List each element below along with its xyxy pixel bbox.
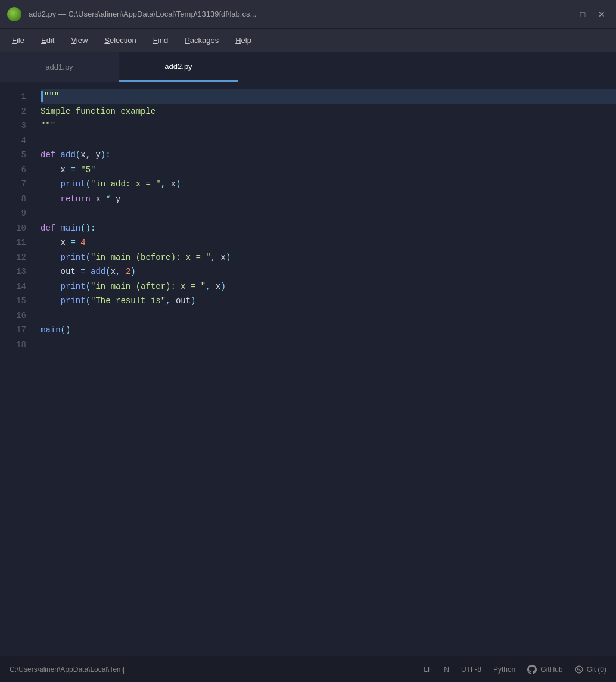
code-line-15: print("The result is", out) [41, 294, 616, 309]
line-number: 12 [0, 250, 26, 265]
line-number: 4 [0, 133, 26, 148]
github-label: GitHub [540, 665, 562, 674]
tab-add2[interactable]: add2.py [119, 52, 238, 82]
code-line-7: print("in add: x = ", x) [41, 177, 616, 192]
line-number: 16 [0, 309, 26, 323]
svg-line-5 [578, 668, 580, 670]
line-number: 13 [0, 264, 26, 279]
status-right: LF N UTF-8 Python GitHub Git (0) [424, 665, 606, 674]
line-number: 14 [0, 279, 26, 294]
line-number: 17 [0, 323, 26, 338]
status-github[interactable]: GitHub [527, 665, 562, 674]
title-bar-text: add2.py — C:\Users\alinen\AppData\Local\… [29, 10, 549, 18]
line-number: 18 [0, 338, 26, 353]
line-number: 3 [0, 119, 26, 133]
line-number: 7 [0, 177, 26, 192]
code-line-10: def main(): [41, 221, 616, 236]
code-line-3: """ [41, 119, 616, 133]
git-label: Git (0) [587, 665, 606, 674]
code-line-16 [41, 309, 616, 323]
code-area[interactable]: """ Simple function example """ def add(… [36, 82, 616, 656]
code-line-11: x = 4 [41, 235, 616, 250]
tab-add2-label: add2.py [164, 62, 192, 71]
code-line-13: out = add(x, 2) [41, 264, 616, 279]
code-line-17: main() [41, 323, 616, 338]
window-controls: — □ ✕ [556, 7, 609, 21]
github-icon [527, 665, 537, 674]
app-logo-icon [7, 7, 21, 21]
svg-point-2 [580, 670, 581, 671]
status-lf[interactable]: LF [424, 665, 432, 674]
line-number: 10 [0, 221, 26, 236]
line-number: 11 [0, 235, 26, 250]
menu-bar: File Edit View Selection Find Packages H… [0, 29, 616, 52]
code-line-8: return x * y [41, 192, 616, 207]
git-icon [575, 665, 583, 674]
tab-add1[interactable]: add1.py [0, 52, 119, 82]
menu-view[interactable]: View [64, 33, 95, 47]
menu-edit[interactable]: Edit [34, 33, 61, 47]
menu-find[interactable]: Find [146, 33, 175, 47]
editor-area: 1 2 3 4 5 6 7 8 9 10 11 12 13 14 15 16 1… [0, 82, 616, 656]
tab-bar: add1.py add2.py [0, 52, 616, 82]
svg-point-1 [577, 667, 578, 668]
line-number: 9 [0, 206, 26, 221]
code-line-14: print("in main (after): x = ", x) [41, 279, 616, 294]
menu-file[interactable]: File [5, 33, 32, 47]
code-line-2: Simple function example [41, 104, 616, 119]
status-path[interactable]: C:\Users\alinen\AppData\Local\Tem| [10, 665, 412, 674]
status-bar: C:\Users\alinen\AppData\Local\Tem| LF N … [0, 656, 616, 682]
status-language[interactable]: Python [493, 665, 515, 674]
status-git[interactable]: Git (0) [575, 665, 606, 674]
code-line-6: x = "5" [41, 163, 616, 177]
close-button[interactable]: ✕ [595, 7, 609, 21]
menu-packages[interactable]: Packages [178, 33, 226, 47]
code-line-1: """ [41, 89, 616, 104]
title-bar: add2.py — C:\Users\alinen\AppData\Local\… [0, 0, 616, 29]
line-number: 15 [0, 294, 26, 309]
status-encoding[interactable]: N [444, 665, 449, 674]
code-line-18 [41, 338, 616, 353]
line-numbers: 1 2 3 4 5 6 7 8 9 10 11 12 13 14 15 16 1… [0, 82, 36, 656]
code-line-9 [41, 206, 616, 221]
line-number: 8 [0, 192, 26, 207]
menu-help[interactable]: Help [228, 33, 259, 47]
code-line-4 [41, 133, 616, 148]
menu-selection[interactable]: Selection [97, 33, 143, 47]
minimize-button[interactable]: — [556, 7, 571, 21]
line-number: 1 [0, 89, 26, 104]
status-charset[interactable]: UTF-8 [461, 665, 481, 674]
code-line-12: print("in main (before): x = ", x) [41, 250, 616, 265]
maximize-button[interactable]: □ [575, 7, 590, 21]
line-number: 2 [0, 104, 26, 119]
line-number: 5 [0, 148, 26, 163]
tab-add1-label: add1.py [45, 63, 73, 71]
line-number: 6 [0, 163, 26, 177]
code-line-5: def add(x, y): [41, 148, 616, 163]
